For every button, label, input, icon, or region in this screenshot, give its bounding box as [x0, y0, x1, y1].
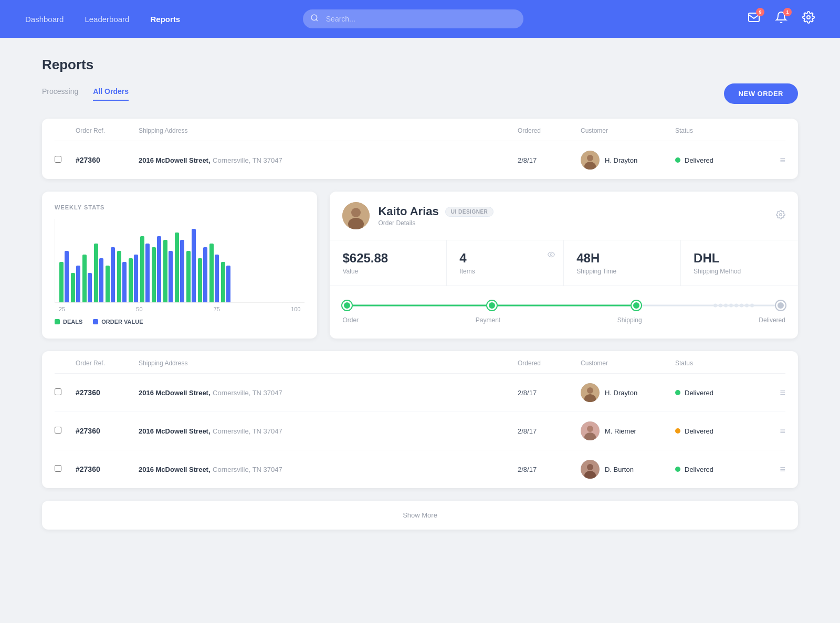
bar-deals: [129, 258, 133, 302]
new-order-button[interactable]: NEW ORDER: [724, 83, 798, 104]
svg-point-3: [807, 16, 810, 19]
legend-orders: ORDER VALUE: [93, 319, 143, 325]
stat-items-box: 4 Items: [447, 240, 564, 286]
bar-group: [186, 229, 196, 302]
customer-name: M. Riemer: [605, 427, 636, 435]
table-row: #27360 2016 McDowell Street, Cornersvill…: [55, 141, 785, 179]
show-more-card[interactable]: Show More: [42, 501, 798, 530]
bar-group: [117, 251, 127, 302]
bar-deals: [82, 255, 87, 302]
bar-group: [163, 240, 173, 302]
order-ref: #27360: [76, 465, 139, 473]
bar-deals: [59, 262, 64, 302]
order-ref: #27360: [76, 427, 139, 435]
status-dot: [675, 157, 680, 163]
stat-value-label: Value: [342, 268, 434, 275]
weekly-stats-card: WEEKLY STATS 25 50 75 100 DEALS ORDER VA…: [42, 192, 317, 339]
tab-all-orders[interactable]: All Orders: [93, 87, 129, 101]
row-menu-icon[interactable]: ≡: [759, 426, 785, 437]
status-dot: [675, 428, 680, 434]
stat-shipping-time-box: 48H Shipping Time: [564, 240, 681, 286]
bar-deals: [221, 262, 225, 302]
legend-label-orders: ORDER VALUE: [101, 319, 143, 325]
navbar: Dashboard Leaderboard Reports 9 1: [0, 0, 840, 38]
svg-line-1: [316, 19, 318, 21]
search-icon: [310, 14, 319, 24]
col-order-ref: Order Ref.: [76, 127, 139, 134]
bar-deals: [106, 266, 110, 302]
bar-group: [140, 236, 150, 302]
avatar: [581, 460, 600, 479]
svg-point-5: [587, 155, 593, 161]
svg-point-11: [550, 254, 552, 256]
customer-cell: H. Drayton: [581, 151, 675, 170]
bar-group: [221, 262, 230, 302]
bar-group: [106, 247, 115, 302]
shipping-address: 2016 McDowell Street, Cornersville, TN 3…: [139, 155, 518, 165]
row-checkbox[interactable]: [55, 155, 76, 165]
col-status: Status: [675, 127, 759, 134]
row-checkbox[interactable]: [55, 426, 76, 436]
search-bar: [303, 9, 523, 28]
bell-button[interactable]: 1: [775, 11, 788, 27]
col-ordered: Ordered: [518, 127, 581, 134]
bar-orders: [180, 240, 184, 302]
bar-group: [152, 236, 161, 302]
bar-deals: [209, 244, 214, 302]
progress-node-payment: [487, 301, 497, 310]
stat-shipping-time: 48H: [576, 251, 668, 266]
shipping-address: 2016 McDowell Street, Cornersville, TN 3…: [139, 388, 518, 397]
bar-group: [175, 233, 184, 302]
status-cell: Delivered: [675, 389, 759, 397]
customer-name: H. Drayton: [605, 389, 637, 397]
first-table: Order Ref. Shipping Address Ordered Cust…: [42, 119, 798, 179]
nav-reports[interactable]: Reports: [150, 15, 180, 24]
search-input[interactable]: [303, 9, 523, 28]
progress-node-shipping: [632, 301, 641, 310]
col2-ordered: Ordered: [518, 360, 581, 367]
tab-processing[interactable]: Processing: [42, 87, 78, 101]
row-menu-icon[interactable]: ≡: [759, 464, 785, 475]
legend-label-deals: DEALS: [63, 319, 82, 325]
chart-bars: [55, 219, 304, 303]
bar-orders: [226, 266, 230, 302]
table-header-second: Order Ref. Shipping Address Ordered Cust…: [55, 351, 785, 374]
row-checkbox[interactable]: [55, 464, 76, 474]
bar-deals: [117, 251, 121, 302]
mail-badge: 9: [756, 8, 764, 16]
profile-sub: Order Details: [378, 219, 768, 227]
bar-deals: [71, 273, 75, 302]
second-table: Order Ref. Shipping Address Ordered Cust…: [42, 351, 798, 488]
row-menu-icon[interactable]: ≡: [759, 387, 785, 398]
col2-shipping: Shipping Address: [139, 360, 518, 367]
col-shipping: Shipping Address: [139, 127, 518, 134]
bar-orders: [122, 262, 127, 302]
row-checkbox[interactable]: [55, 388, 76, 397]
settings-button[interactable]: [802, 11, 815, 27]
mail-button[interactable]: 9: [748, 11, 760, 27]
svg-point-19: [587, 464, 593, 470]
row-menu-icon[interactable]: ≡: [759, 155, 785, 166]
order-gear-button[interactable]: [776, 210, 785, 222]
bar-group: [209, 244, 219, 302]
bar-orders: [134, 255, 138, 302]
stat-value: $625.88: [342, 251, 434, 266]
table-row: #27360 2016 McDowell Street, Cornersvill…: [55, 450, 785, 488]
status-dot: [675, 467, 680, 472]
bar-deals: [163, 240, 167, 302]
avatar: [581, 383, 600, 402]
nav-leaderboard[interactable]: Leaderboard: [85, 15, 129, 24]
chart-legend: DEALS ORDER VALUE: [55, 319, 304, 325]
col2-status: Status: [675, 360, 759, 367]
ordered-date: 2/8/17: [518, 466, 581, 473]
bar-deals: [198, 258, 202, 302]
shipping-address: 2016 McDowell Street, Cornersville, TN 3…: [139, 464, 518, 474]
customer-name: H. Drayton: [605, 156, 637, 164]
bar-orders: [157, 236, 161, 302]
bar-orders: [88, 273, 92, 302]
bar-orders: [145, 244, 150, 302]
nav-dashboard[interactable]: Dashboard: [25, 15, 64, 24]
weekly-stats-title: WEEKLY STATS: [55, 204, 304, 210]
eye-icon[interactable]: [548, 251, 555, 260]
order-detail-card: Kaito Arias UI DESIGNER Order Details $6…: [330, 192, 798, 339]
